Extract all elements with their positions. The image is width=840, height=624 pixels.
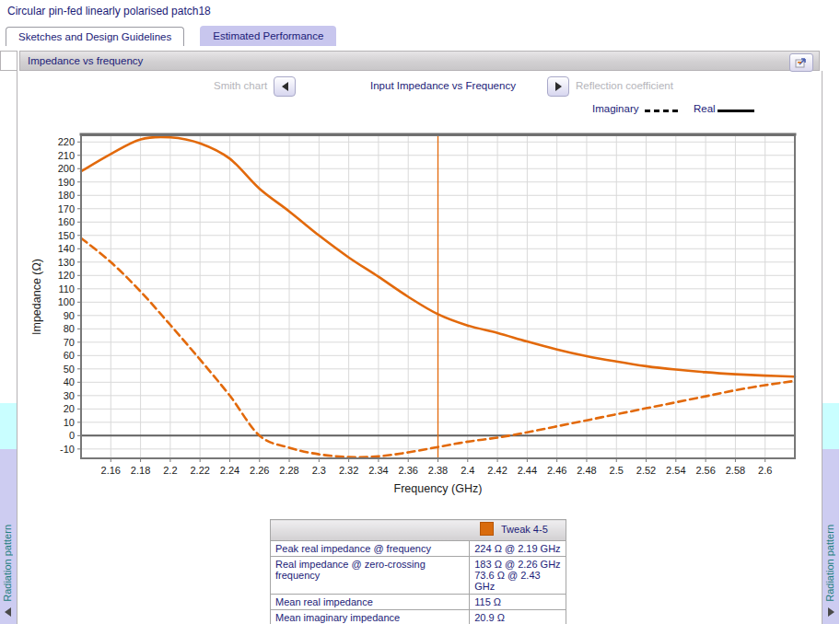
svg-text:70: 70 <box>64 337 75 348</box>
nav-next-button[interactable] <box>547 76 569 97</box>
svg-text:190: 190 <box>58 177 75 188</box>
svg-text:60: 60 <box>64 350 75 361</box>
left-side-strip: Radiation pattern <box>0 71 18 624</box>
page-title: Circular pin-fed linearly polarised patc… <box>7 5 211 17</box>
expand-left-arrow-icon[interactable] <box>5 607 11 617</box>
svg-text:2.54: 2.54 <box>666 465 685 476</box>
metric-value: 224 Ω @ 2.19 GHz <box>470 541 566 557</box>
nav-current-label: Input Impedance vs Frequency <box>370 80 516 91</box>
svg-text:2.36: 2.36 <box>398 465 417 476</box>
right-side-strip: Radiation pattern <box>822 71 839 624</box>
nav-next-label: Reflection coefficient <box>576 80 673 91</box>
radiation-pattern-label-right: Radiation pattern <box>824 525 835 602</box>
svg-text:30: 30 <box>64 390 75 401</box>
tweak-label: Tweak 4-5 <box>501 524 548 535</box>
metric-label: Real impedance @ zero-crossing frequency <box>271 557 470 595</box>
svg-text:20: 20 <box>64 403 75 414</box>
left-strip-cyan-segment <box>0 403 17 449</box>
metric-value: 115 Ω <box>470 595 566 610</box>
tab-estimated-performance[interactable]: Estimated Performance <box>200 26 336 46</box>
svg-text:2.32: 2.32 <box>339 465 358 476</box>
table-row: Mean imaginary impedance20.9 Ω <box>271 610 566 624</box>
svg-text:-10: -10 <box>60 444 75 455</box>
metric-label: Mean real impedance <box>271 595 470 610</box>
svg-text:2.5: 2.5 <box>610 465 624 476</box>
svg-text:40: 40 <box>64 376 75 387</box>
svg-text:2.44: 2.44 <box>518 465 537 476</box>
dashed-line-icon <box>645 110 678 112</box>
series-swatch-icon <box>480 522 494 536</box>
svg-text:2.58: 2.58 <box>726 465 745 476</box>
svg-text:2.4: 2.4 <box>461 465 474 476</box>
svg-text:2.42: 2.42 <box>487 465 507 476</box>
svg-text:200: 200 <box>58 163 75 174</box>
nav-prev-label: Smith chart <box>214 80 267 91</box>
metric-value: 183 Ω @ 2.26 GHz73.6 Ω @ 2.43 GHz <box>470 557 566 595</box>
svg-text:130: 130 <box>58 257 75 268</box>
radiation-pattern-tab-left[interactable]: Radiation pattern <box>0 449 17 624</box>
svg-text:2.18: 2.18 <box>131 465 150 476</box>
radiation-pattern-label-left: Radiation pattern <box>2 525 13 602</box>
x-axis-title: Frequency (GHz) <box>394 482 483 495</box>
svg-text:2.22: 2.22 <box>190 465 209 476</box>
table-header-cell: Tweak 4-5 <box>271 520 566 541</box>
svg-text:120: 120 <box>58 270 75 281</box>
chevron-left-icon <box>282 82 288 91</box>
svg-text:2.34: 2.34 <box>368 465 388 476</box>
panel-title: Impedance vs frequency <box>20 55 143 66</box>
svg-text:2.28: 2.28 <box>279 465 298 476</box>
svg-text:2.6: 2.6 <box>758 465 772 476</box>
svg-text:100: 100 <box>58 296 75 307</box>
svg-text:160: 160 <box>58 216 75 227</box>
svg-text:2.26: 2.26 <box>250 465 269 476</box>
svg-text:50: 50 <box>64 364 75 375</box>
svg-text:170: 170 <box>58 203 75 214</box>
svg-text:150: 150 <box>58 230 75 241</box>
svg-text:10: 10 <box>64 417 75 428</box>
svg-text:140: 140 <box>58 243 75 254</box>
legend-real-label: Real <box>694 103 716 114</box>
left-strip-header <box>0 51 18 71</box>
svg-text:2.2: 2.2 <box>163 465 177 476</box>
svg-text:2.16: 2.16 <box>101 465 121 476</box>
impedance-vs-frequency-chart: 2.162.182.22.222.242.262.282.32.322.342.… <box>24 129 818 502</box>
svg-text:2.38: 2.38 <box>428 465 448 476</box>
impedance-panel-header: Impedance vs frequency <box>19 51 820 71</box>
svg-text:180: 180 <box>58 190 75 201</box>
radiation-pattern-tab-right[interactable]: Radiation pattern <box>822 449 839 624</box>
svg-text:2.56: 2.56 <box>695 465 715 476</box>
nav-prev-button[interactable] <box>274 76 296 97</box>
svg-text:90: 90 <box>64 310 75 321</box>
expand-right-arrow-icon[interactable] <box>828 607 834 617</box>
svg-text:0: 0 <box>69 430 75 441</box>
right-strip-cyan-segment <box>822 403 839 449</box>
performance-table: Tweak 4-5 Peak real impedance @ frequenc… <box>270 519 566 624</box>
chart-legend: Imaginary Real <box>0 102 820 117</box>
tab-sketches-and-design-guidelines[interactable]: Sketches and Design Guidelines <box>6 27 184 46</box>
table-row: Real impedance @ zero-crossing frequency… <box>271 557 566 595</box>
svg-text:2.24: 2.24 <box>220 465 239 476</box>
metric-label: Peak real impedance @ frequency <box>271 541 470 557</box>
svg-text:220: 220 <box>58 136 75 147</box>
svg-text:2.48: 2.48 <box>577 465 596 476</box>
tab-bar: Sketches and Design Guidelines Estimated… <box>6 27 336 46</box>
svg-text:2.3: 2.3 <box>312 465 326 476</box>
table-row: Peak real impedance @ frequency224 Ω @ 2… <box>271 541 566 557</box>
svg-text:110: 110 <box>58 283 75 295</box>
chevron-right-icon <box>555 82 562 91</box>
legend-imaginary-label: Imaginary <box>592 103 639 114</box>
metric-value: 20.9 Ω <box>470 610 566 624</box>
y-axis-title: Impedance (Ω) <box>30 259 43 335</box>
svg-text:2.46: 2.46 <box>547 465 566 476</box>
svg-text:210: 210 <box>58 150 75 161</box>
metric-label: Mean imaginary impedance <box>271 610 470 624</box>
table-header-row: Tweak 4-5 <box>271 520 566 541</box>
chart-nav-row: Smith chart Input Impedance vs Frequency… <box>19 76 820 97</box>
solid-line-icon <box>718 110 754 112</box>
popout-button[interactable] <box>789 53 813 72</box>
table-row: Mean real impedance115 Ω <box>271 595 566 610</box>
pop-out-icon <box>795 57 808 68</box>
svg-text:80: 80 <box>64 323 75 334</box>
svg-text:2.52: 2.52 <box>636 465 656 476</box>
